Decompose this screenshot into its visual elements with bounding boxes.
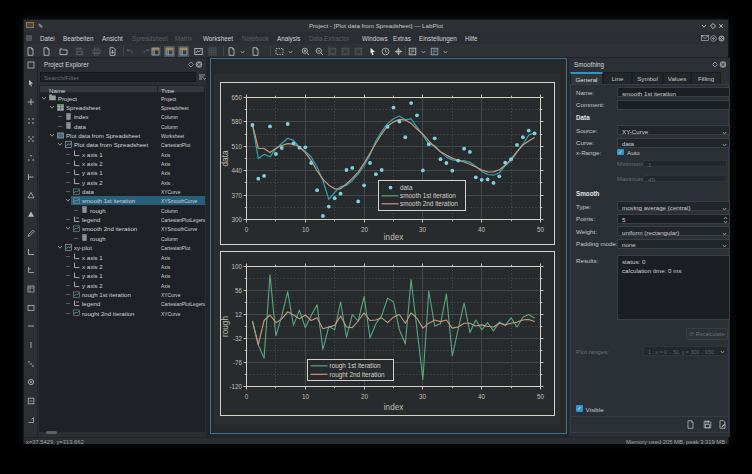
svg-text:data: data [221, 150, 230, 166]
svg-text:300: 300 [231, 216, 242, 223]
svg-text:40: 40 [478, 226, 486, 233]
svg-text:index: index [384, 403, 404, 412]
svg-text:440: 440 [231, 167, 242, 174]
svg-text:smooth 2nd iteration: smooth 2nd iteration [400, 200, 458, 207]
svg-text:650: 650 [231, 94, 242, 101]
svg-text:50: 50 [537, 226, 545, 233]
svg-text:0: 0 [245, 393, 249, 400]
svg-text:data: data [400, 184, 413, 191]
svg-text:rough 1st iteration: rough 1st iteration [330, 362, 382, 370]
svg-text:20: 20 [361, 393, 369, 400]
svg-text:100: 100 [231, 263, 242, 270]
svg-text:0: 0 [245, 226, 249, 233]
svg-text:10: 10 [302, 226, 310, 233]
svg-text:580: 580 [231, 118, 242, 125]
svg-text:rough: rough [221, 316, 230, 337]
svg-text:370: 370 [231, 192, 242, 199]
svg-text:-76: -76 [233, 359, 243, 366]
svg-text:56: 56 [235, 287, 243, 294]
svg-text:30: 30 [419, 226, 427, 233]
svg-text:510: 510 [231, 143, 242, 150]
svg-text:-120: -120 [229, 383, 242, 390]
svg-text:10: 10 [302, 393, 310, 400]
svg-text:50: 50 [537, 393, 545, 400]
svg-text:20: 20 [361, 226, 369, 233]
svg-text:-32: -32 [233, 335, 243, 342]
svg-text:index: index [384, 233, 404, 242]
svg-text:40: 40 [478, 393, 486, 400]
svg-text:30: 30 [419, 393, 427, 400]
svg-text:rought 2nd iteration: rought 2nd iteration [330, 371, 386, 379]
svg-text:12: 12 [235, 311, 243, 318]
svg-text:smooth 1st iteration: smooth 1st iteration [400, 192, 456, 199]
